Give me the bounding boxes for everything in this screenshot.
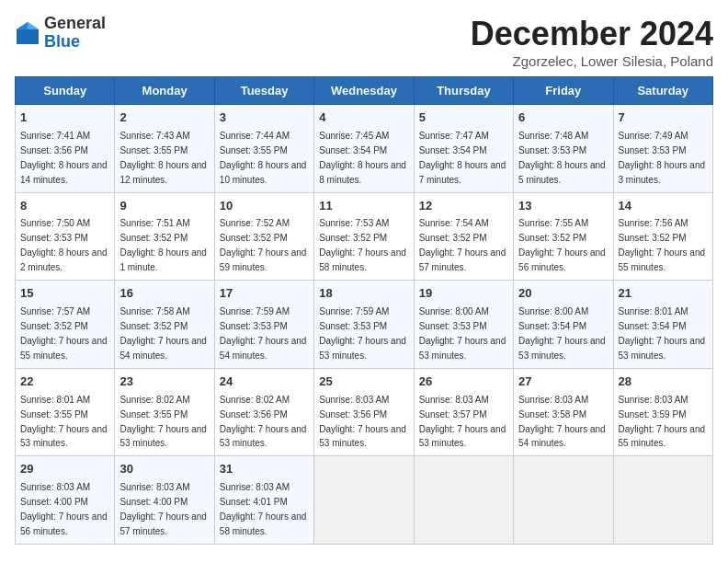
day-number: 2: [119, 109, 209, 127]
weekday-thursday: Thursday: [414, 77, 513, 105]
table-row: 9Sunrise: 7:51 AMSunset: 3:52 PMDaylight…: [115, 192, 214, 281]
day-info: Sunrise: 7:59 AMSunset: 3:53 PMDaylight:…: [220, 306, 307, 361]
logo-blue: Blue: [44, 32, 80, 51]
day-number: 10: [220, 198, 309, 215]
table-row: 18Sunrise: 7:59 AMSunset: 3:53 PMDayligh…: [314, 281, 414, 369]
table-row: 30Sunrise: 8:03 AMSunset: 4:00 PMDayligh…: [115, 456, 214, 545]
table-row: 10Sunrise: 7:52 AMSunset: 3:52 PMDayligh…: [214, 192, 313, 281]
day-number: 24: [220, 373, 309, 391]
day-info: Sunrise: 7:41 AMSunset: 3:56 PMDaylight:…: [20, 131, 108, 185]
day-number: 12: [419, 198, 508, 215]
calendar-week-row: 15Sunrise: 7:57 AMSunset: 3:52 PMDayligh…: [16, 281, 713, 369]
day-info: Sunrise: 7:45 AMSunset: 3:54 PMDaylight:…: [319, 131, 406, 185]
calendar-week-row: 1Sunrise: 7:41 AMSunset: 3:56 PMDaylight…: [16, 105, 713, 193]
weekday-wednesday: Wednesday: [314, 77, 414, 105]
day-info: Sunrise: 7:44 AMSunset: 3:55 PMDaylight:…: [220, 131, 307, 185]
table-row: 2Sunrise: 7:43 AMSunset: 3:55 PMDaylight…: [115, 105, 214, 193]
table-row: 6Sunrise: 7:48 AMSunset: 3:53 PMDaylight…: [514, 105, 613, 193]
table-row: 22Sunrise: 8:01 AMSunset: 3:55 PMDayligh…: [16, 368, 115, 456]
table-row: 24Sunrise: 8:02 AMSunset: 3:56 PMDayligh…: [214, 368, 313, 456]
day-number: 20: [518, 285, 608, 303]
day-number: 26: [419, 373, 508, 391]
day-info: Sunrise: 8:03 AMSunset: 3:58 PMDaylight:…: [518, 395, 606, 449]
calendar-week-row: 22Sunrise: 8:01 AMSunset: 3:55 PMDayligh…: [16, 368, 713, 456]
day-number: 15: [20, 285, 109, 303]
day-info: Sunrise: 7:52 AMSunset: 3:52 PMDaylight:…: [220, 218, 307, 272]
calendar-week-row: 8Sunrise: 7:50 AMSunset: 3:53 PMDaylight…: [16, 192, 713, 281]
day-number: 9: [119, 198, 209, 215]
logo-text: General Blue: [44, 15, 106, 52]
day-info: Sunrise: 8:00 AMSunset: 3:54 PMDaylight:…: [518, 306, 606, 361]
day-info: Sunrise: 8:00 AMSunset: 3:53 PMDaylight:…: [419, 306, 506, 361]
day-info: Sunrise: 8:01 AMSunset: 3:54 PMDaylight:…: [619, 306, 706, 361]
calendar-body: 1Sunrise: 7:41 AMSunset: 3:56 PMDaylight…: [16, 105, 713, 545]
table-row: 17Sunrise: 7:59 AMSunset: 3:53 PMDayligh…: [214, 281, 313, 369]
table-row: [613, 456, 712, 545]
table-row: 5Sunrise: 7:47 AMSunset: 3:54 PMDaylight…: [414, 105, 513, 193]
table-row: 13Sunrise: 7:55 AMSunset: 3:52 PMDayligh…: [514, 192, 613, 281]
table-row: 23Sunrise: 8:02 AMSunset: 3:55 PMDayligh…: [115, 368, 214, 456]
day-number: 25: [319, 373, 408, 391]
day-info: Sunrise: 7:55 AMSunset: 3:52 PMDaylight:…: [518, 218, 606, 272]
day-info: Sunrise: 7:58 AMSunset: 3:52 PMDaylight:…: [119, 306, 207, 361]
day-number: 22: [20, 373, 109, 391]
day-number: 28: [619, 373, 708, 391]
day-number: 21: [619, 285, 708, 303]
day-info: Sunrise: 7:56 AMSunset: 3:52 PMDaylight:…: [619, 218, 706, 272]
day-number: 3: [220, 109, 309, 127]
day-number: 17: [220, 285, 309, 303]
table-row: 14Sunrise: 7:56 AMSunset: 3:52 PMDayligh…: [613, 192, 712, 281]
calendar-week-row: 29Sunrise: 8:03 AMSunset: 4:00 PMDayligh…: [16, 456, 713, 545]
day-info: Sunrise: 8:03 AMSunset: 3:57 PMDaylight:…: [419, 395, 506, 449]
day-number: 14: [619, 198, 708, 215]
weekday-header-row: Sunday Monday Tuesday Wednesday Thursday…: [16, 77, 713, 105]
day-info: Sunrise: 7:50 AMSunset: 3:53 PMDaylight:…: [20, 218, 108, 272]
table-row: 7Sunrise: 7:49 AMSunset: 3:53 PMDaylight…: [613, 105, 712, 193]
day-info: Sunrise: 8:03 AMSunset: 4:01 PMDaylight:…: [220, 482, 307, 536]
table-row: 31Sunrise: 8:03 AMSunset: 4:01 PMDayligh…: [214, 456, 313, 545]
day-info: Sunrise: 7:43 AMSunset: 3:55 PMDaylight:…: [119, 131, 207, 185]
table-row: 16Sunrise: 7:58 AMSunset: 3:52 PMDayligh…: [115, 281, 214, 369]
table-row: 4Sunrise: 7:45 AMSunset: 3:54 PMDaylight…: [314, 105, 414, 193]
title-block: December 2024 Zgorzelec, Lower Silesia, …: [471, 15, 713, 69]
month-title: December 2024: [471, 15, 713, 53]
day-number: 29: [20, 461, 109, 478]
day-number: 4: [319, 109, 408, 127]
table-row: 3Sunrise: 7:44 AMSunset: 3:55 PMDaylight…: [214, 105, 313, 193]
day-info: Sunrise: 8:03 AMSunset: 3:56 PMDaylight:…: [319, 395, 406, 449]
day-number: 27: [518, 373, 608, 391]
table-row: 28Sunrise: 8:03 AMSunset: 3:59 PMDayligh…: [613, 368, 712, 456]
day-number: 6: [518, 109, 608, 127]
day-number: 16: [119, 285, 209, 303]
table-row: 25Sunrise: 8:03 AMSunset: 3:56 PMDayligh…: [314, 368, 414, 456]
table-row: 26Sunrise: 8:03 AMSunset: 3:57 PMDayligh…: [414, 368, 513, 456]
day-number: 31: [220, 461, 309, 478]
day-info: Sunrise: 8:02 AMSunset: 3:56 PMDaylight:…: [220, 395, 307, 449]
table-row: [514, 456, 613, 545]
svg-marker-2: [17, 22, 28, 29]
table-row: 20Sunrise: 8:00 AMSunset: 3:54 PMDayligh…: [514, 281, 613, 369]
page-header: General Blue December 2024 Zgorzelec, Lo…: [15, 15, 713, 69]
logo-general: General: [44, 14, 106, 32]
day-info: Sunrise: 7:51 AMSunset: 3:52 PMDaylight:…: [119, 218, 207, 272]
weekday-friday: Friday: [514, 77, 613, 105]
day-info: Sunrise: 8:03 AMSunset: 3:59 PMDaylight:…: [619, 395, 706, 449]
day-number: 30: [119, 461, 209, 478]
day-number: 1: [20, 109, 109, 127]
day-number: 18: [319, 285, 408, 303]
day-number: 19: [419, 285, 508, 303]
weekday-sunday: Sunday: [16, 77, 115, 105]
day-info: Sunrise: 7:49 AMSunset: 3:53 PMDaylight:…: [619, 131, 706, 185]
day-info: Sunrise: 8:02 AMSunset: 3:55 PMDaylight:…: [119, 395, 207, 449]
table-row: 29Sunrise: 8:03 AMSunset: 4:00 PMDayligh…: [16, 456, 115, 545]
calendar-table: Sunday Monday Tuesday Wednesday Thursday…: [15, 76, 713, 545]
day-info: Sunrise: 8:01 AMSunset: 3:55 PMDaylight:…: [20, 395, 108, 449]
weekday-tuesday: Tuesday: [214, 77, 313, 105]
weekday-saturday: Saturday: [613, 77, 712, 105]
table-row: 12Sunrise: 7:54 AMSunset: 3:52 PMDayligh…: [414, 192, 513, 281]
day-info: Sunrise: 7:48 AMSunset: 3:53 PMDaylight:…: [518, 131, 606, 185]
table-row: 27Sunrise: 8:03 AMSunset: 3:58 PMDayligh…: [514, 368, 613, 456]
table-row: 19Sunrise: 8:00 AMSunset: 3:53 PMDayligh…: [414, 281, 513, 369]
day-number: 8: [20, 198, 109, 215]
location: Zgorzelec, Lower Silesia, Poland: [471, 53, 713, 69]
